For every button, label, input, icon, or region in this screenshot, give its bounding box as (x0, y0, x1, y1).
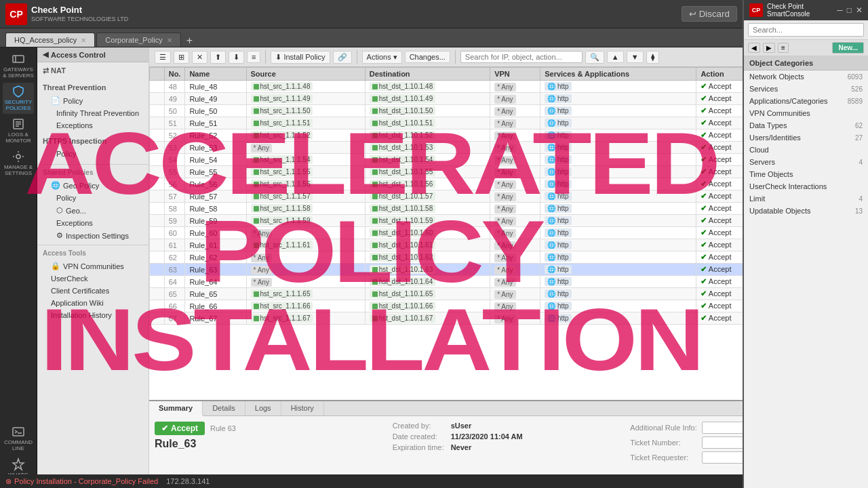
filter-button[interactable]: ⧫ (646, 51, 659, 64)
minimize-button[interactable]: ─ (837, 5, 843, 15)
close-icon[interactable]: ✕ (167, 37, 172, 44)
row-name: Rule_61 (185, 239, 246, 251)
up-btn[interactable]: ⬆ (210, 51, 226, 64)
expiration-label: Expiration time: (393, 443, 447, 451)
row-check (150, 239, 165, 251)
cat-label: Data Types (749, 121, 787, 129)
cat-item[interactable]: UserCheck Interactions (744, 180, 868, 192)
cat-item[interactable]: Time Objects (744, 168, 868, 180)
sidebar-item-security[interactable]: SECURITY POLICIES (3, 83, 34, 114)
row-vpn: * Any (490, 166, 540, 178)
bottom-left: ✔ Accept Rule 63 Rule_63 (155, 422, 387, 466)
maximize-button[interactable]: □ (847, 5, 852, 15)
policy-item-policy[interactable]: 📄 Policy (37, 94, 149, 107)
row-destination: hst_dst_1.10.1.64 (365, 276, 490, 288)
row-num: 51 (164, 117, 185, 129)
cat-item[interactable]: Users/Identities27 (744, 131, 868, 144)
forward-button[interactable]: ▶ (763, 43, 775, 53)
cp-searchbar (744, 20, 868, 40)
discard-button[interactable]: ↩ Discard (682, 6, 737, 22)
application-wiki[interactable]: Application Wiki (37, 297, 149, 309)
shared-inspection[interactable]: ⚙ Inspection Settings (37, 229, 149, 242)
tab-summary[interactable]: Summary (149, 401, 203, 416)
shared-geo[interactable]: 🌐 Geo Policy (37, 179, 149, 192)
tab-hq-access[interactable]: HQ_Access_policy ✕ (5, 33, 95, 47)
row-num: 67 (164, 312, 185, 325)
changes-button[interactable]: Changes... (405, 51, 450, 63)
row-check (150, 190, 165, 203)
cat-item[interactable]: Data Types62 (744, 119, 868, 131)
search-input[interactable] (460, 51, 583, 63)
tab-logs[interactable]: Logs (245, 401, 281, 415)
sidebar-item-commandline[interactable]: COMMAND LINE (3, 423, 34, 454)
installation-history[interactable]: Installation History (37, 309, 149, 321)
row-num: 50 (164, 105, 185, 117)
back-button[interactable]: ◀ (748, 43, 760, 53)
close-icon[interactable]: ✕ (81, 37, 86, 44)
nav-down[interactable]: ▼ (627, 51, 644, 63)
new-button[interactable]: New... (832, 42, 864, 54)
row-destination: hst_dst_1.10.1.49 (365, 93, 490, 105)
nat-icon: ⇄ (43, 66, 49, 75)
row-vpn: * Any (490, 129, 540, 142)
cat-item[interactable]: Services526 (744, 83, 868, 95)
cat-item[interactable]: Applications/Categories8589 (744, 95, 868, 107)
search-button[interactable]: 🔍 (585, 51, 604, 64)
cat-item[interactable]: Cloud (744, 144, 868, 156)
cat-item[interactable]: Network Objects6093 (744, 70, 868, 83)
client-certificates[interactable]: Client Certificates (37, 285, 149, 297)
row-destination: hst_dst_1.10.1.66 (365, 300, 490, 312)
tab-history[interactable]: History (281, 401, 324, 415)
more-btn[interactable]: ≡ (247, 51, 260, 63)
row-check (150, 93, 165, 105)
row-check (150, 251, 165, 264)
row-source: hst_src_1.1.1.61 (246, 239, 365, 251)
threat-prevention-header[interactable]: Threat Prevention (37, 81, 149, 94)
install-policy-button[interactable]: ⬇ Install Policy (271, 51, 330, 64)
link-btn[interactable]: 🔗 (333, 51, 352, 64)
list-view-button[interactable]: ≡ (778, 43, 789, 53)
cat-label: Limit (749, 195, 765, 203)
cp-search-input[interactable] (748, 23, 864, 37)
actions-button[interactable]: Actions ▾ (362, 51, 402, 64)
network-icon: ⬡ (56, 206, 63, 215)
sidebar-label: LOGS & MONITOR (3, 132, 34, 144)
row-vpn: * Any (490, 288, 540, 300)
row-destination: hst_dst_1.10.1.50 (365, 105, 490, 117)
tab-details[interactable]: Details (203, 401, 245, 415)
delete-btn[interactable]: ✕ (192, 51, 208, 64)
sidebar-item-gateways[interactable]: GATEWAYS & SERVERS (3, 50, 34, 81)
close-button[interactable]: ✕ (856, 5, 863, 15)
shared-geo2[interactable]: ⬡ Geo... (37, 204, 149, 217)
view-btn-2[interactable]: ⊞ (174, 51, 189, 64)
add-tab-button[interactable]: + (182, 35, 197, 47)
row-source: hst_src_1.1.1.52 (246, 129, 365, 142)
cat-item[interactable]: VPN Communities (744, 107, 868, 119)
row-num: 65 (164, 288, 185, 300)
row-name: Rule_60 (185, 227, 246, 239)
sidebar-item-manage[interactable]: MANAGE & SETTINGS (3, 148, 34, 179)
row-source: * Any (246, 276, 365, 288)
cat-item[interactable]: Servers4 (744, 156, 868, 168)
row-services: 🌐 http (540, 227, 696, 239)
usercheck[interactable]: UserCheck (37, 272, 149, 285)
vpn-communities[interactable]: 🔒 VPN Communities (37, 260, 149, 272)
cat-item[interactable]: Limit4 (744, 192, 868, 205)
vpn-icon: 🔒 (51, 262, 60, 270)
view-btn-1[interactable]: ☰ (155, 51, 171, 64)
shared-policy[interactable]: Policy (37, 192, 149, 204)
policy-item-https-policy[interactable]: Policy (37, 148, 149, 160)
policy-item-infinity[interactable]: Infinity Threat Prevention (37, 107, 149, 119)
row-num: 63 (164, 264, 185, 276)
cat-label: UserCheck Interactions (749, 182, 827, 190)
nav-up[interactable]: ▲ (607, 51, 624, 63)
shared-exceptions[interactable]: Exceptions (37, 217, 149, 229)
sidebar-item-logs[interactable]: LOGS & MONITOR (3, 115, 34, 146)
nat-header[interactable]: ⇄ NAT (37, 64, 149, 78)
https-header[interactable]: HTTPS Inspection (37, 134, 149, 148)
row-name: Rule_48 (185, 81, 246, 93)
policy-item-exceptions[interactable]: Exceptions (37, 119, 149, 131)
cat-item[interactable]: Updatable Objects13 (744, 205, 868, 217)
down-btn[interactable]: ⬇ (229, 51, 244, 64)
tab-corporate[interactable]: Corporate_Policy ✕ (96, 33, 180, 47)
